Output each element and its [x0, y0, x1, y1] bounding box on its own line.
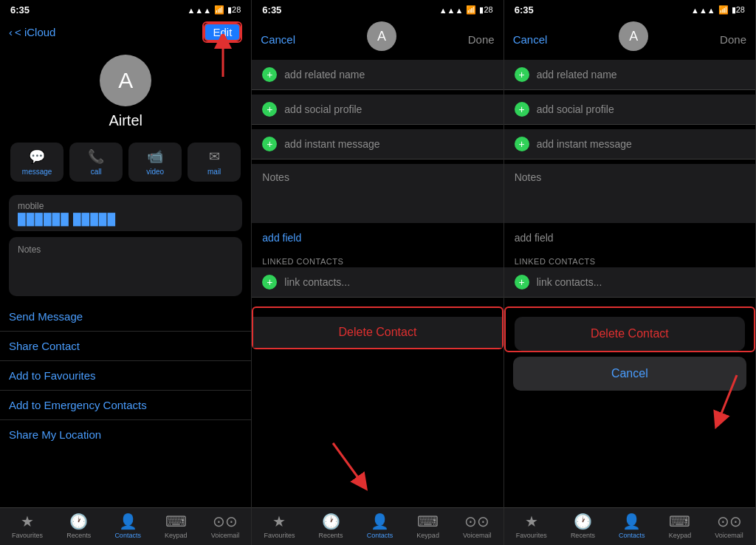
rec-icon-3: 🕐	[574, 513, 592, 530]
avatar-2: A	[367, 21, 396, 51]
status-bar-1: 6:35 ▲▲▲ 📶 ▮28	[0, 0, 251, 18]
plus-icon-instant-3: +	[515, 137, 529, 151]
add-related-text: add related name	[284, 69, 365, 80]
fav-icon-3: ★	[525, 513, 538, 530]
call-label: call	[91, 168, 102, 176]
vm-label-2: Voicemail	[463, 532, 492, 539]
mail-action[interactable]: ✉ mail	[188, 143, 241, 182]
avatar-letter: A	[118, 68, 133, 93]
link-contacts-text-2: link contacts...	[284, 276, 350, 288]
share-contact-link[interactable]: Share Contact	[0, 332, 251, 361]
tab-recents[interactable]: 🕐 Recents	[66, 513, 91, 539]
action-links: Send Message Share Contact Add to Favour…	[0, 302, 251, 449]
delete-contact-text-3: Delete Contact	[591, 327, 669, 340]
tab-keypad[interactable]: ⌨ Keypad	[165, 513, 188, 539]
delete-contact-button-2[interactable]: Delete Contact	[253, 317, 501, 348]
avatar-3: A	[619, 21, 648, 51]
add-field-row-3[interactable]: add field	[504, 223, 755, 253]
video-icon: 📹	[147, 148, 163, 165]
mobile-info: mobile ██████ █████	[9, 195, 242, 231]
done-button-3[interactable]: Done	[720, 33, 746, 46]
tab-recents-2[interactable]: 🕐 Recents	[319, 513, 343, 539]
avatar-letter-2: A	[377, 29, 386, 44]
voicemail-label: Voicemail	[211, 532, 240, 539]
delete-highlight-3: Delete Contact	[504, 306, 755, 352]
wifi-icon-1: 📶	[214, 5, 224, 15]
notes-section: Notes	[9, 237, 242, 296]
tab-voicemail-3[interactable]: ⊙⊙ Voicemail	[715, 513, 743, 539]
send-message-link[interactable]: Send Message	[0, 302, 251, 332]
edit-button[interactable]: Edit	[204, 23, 241, 41]
tab-favourites-2[interactable]: ★ Favourites	[264, 513, 295, 539]
tab-voicemail-2[interactable]: ⊙⊙ Voicemail	[463, 513, 492, 539]
cancel-button-2[interactable]: Cancel	[261, 33, 295, 46]
favourites-icon: ★	[21, 513, 34, 530]
add-related-row[interactable]: + add related name	[252, 60, 503, 90]
share-location-link[interactable]: Share My Location	[0, 420, 251, 449]
add-favourites-text: Add to Favourites	[9, 369, 96, 382]
add-favourites-link[interactable]: Add to Favourites	[0, 361, 251, 391]
key-label-3: Keypad	[669, 532, 692, 539]
status-time-2: 6:35	[262, 4, 281, 16]
notes-edit-2[interactable]: Notes	[252, 164, 503, 223]
contact-name: Airtel	[109, 112, 142, 129]
notes-edit-3[interactable]: Notes	[504, 164, 755, 223]
contact-header: A Airtel	[0, 46, 251, 135]
tab-contacts[interactable]: 👤 Contacts	[114, 513, 141, 539]
tab-voicemail[interactable]: ⊙⊙ Voicemail	[211, 513, 240, 539]
recents-label: Recents	[66, 532, 91, 539]
add-social-row-3[interactable]: + add social profile	[504, 95, 755, 125]
call-action[interactable]: 📞 call	[69, 143, 123, 182]
add-social-row[interactable]: + add social profile	[252, 95, 503, 125]
link-contacts-row-2[interactable]: + link contacts...	[252, 267, 503, 298]
mobile-value: ██████ █████	[18, 213, 233, 225]
add-related-row-3[interactable]: + add related name	[504, 60, 755, 90]
add-instant-row-3[interactable]: + add instant message	[504, 129, 755, 160]
tab-contacts-3[interactable]: 👤 Contacts	[619, 513, 645, 539]
contacts-icon: 👤	[119, 513, 137, 530]
add-instant-text-3: add instant message	[537, 138, 632, 150]
cancel-button-3[interactable]: Cancel	[513, 33, 548, 46]
status-bar-3: 6:35 ▲▲▲ 📶 ▮28	[504, 0, 755, 18]
send-message-text: Send Message	[9, 310, 83, 323]
signal-icon-1: ▲▲▲	[187, 6, 211, 15]
plus-icon-related: +	[262, 67, 277, 82]
message-action[interactable]: 💬 message	[10, 143, 63, 182]
con-label-3: Contacts	[619, 532, 645, 539]
tab-recents-3[interactable]: 🕐 Recents	[571, 513, 595, 539]
tab-favourites[interactable]: ★ Favourites	[12, 513, 43, 539]
linked-header-3: LINKED CONTACTS	[504, 253, 755, 267]
add-field-text-2: add field	[262, 232, 301, 244]
con-icon-2: 👤	[371, 513, 389, 530]
arrow-to-delete-2	[326, 436, 385, 495]
share-location-text: Share My Location	[9, 428, 101, 441]
fav-label-3: Favourites	[516, 532, 547, 539]
arrow-to-delete-3	[693, 368, 744, 434]
add-field-row-2[interactable]: add field	[252, 223, 503, 253]
key-icon-2: ⌨	[417, 513, 439, 530]
battery-icon-2: ▮28	[479, 5, 492, 15]
tab-favourites-3[interactable]: ★ Favourites	[516, 513, 547, 539]
emergency-text: Add to Emergency Contacts	[9, 399, 147, 411]
delete-wrapper-3: Delete Contact	[504, 306, 755, 352]
delete-contact-button-3[interactable]: Delete Contact	[515, 317, 745, 351]
tab-contacts-2[interactable]: 👤 Contacts	[367, 513, 394, 539]
video-action[interactable]: 📹 video	[128, 143, 182, 182]
link-contacts-text-3: link contacts...	[537, 276, 602, 288]
add-field-text-3: add field	[515, 232, 554, 244]
key-icon-3: ⌨	[669, 513, 690, 530]
tab-keypad-3[interactable]: ⌨ Keypad	[669, 513, 692, 539]
emergency-link[interactable]: Add to Emergency Contacts	[0, 391, 251, 420]
vm-label-3: Voicemail	[715, 532, 743, 539]
add-instant-row[interactable]: + add instant message	[252, 129, 503, 160]
keypad-icon: ⌨	[165, 513, 187, 530]
con-icon-3: 👤	[622, 513, 641, 530]
vm-icon-3: ⊙⊙	[717, 513, 742, 530]
wifi-icon-2: 📶	[466, 5, 476, 15]
done-button-2[interactable]: Done	[468, 33, 495, 46]
cancel-bottom-text: Cancel	[611, 367, 648, 380]
plus-icon-social-3: +	[515, 102, 529, 117]
back-button[interactable]: ‹ < iCloud	[9, 26, 55, 38]
tab-keypad-2[interactable]: ⌨ Keypad	[416, 513, 439, 539]
link-contacts-row-3[interactable]: + link contacts...	[504, 267, 755, 298]
